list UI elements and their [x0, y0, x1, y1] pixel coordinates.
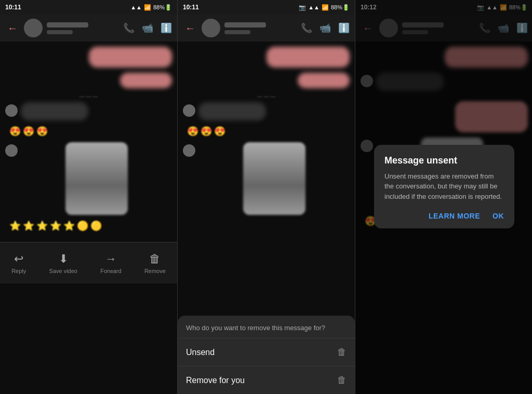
call-icon-2[interactable]: 📞	[301, 22, 312, 34]
emoji-7: ⭐	[50, 220, 61, 232]
remove-for-you-option[interactable]: Remove for you 🗑	[178, 366, 355, 394]
dialog-title: Message unsent	[384, 155, 504, 166]
video-icon-2[interactable]: 📹	[320, 22, 331, 34]
emoji-row-1b: ⭐ ⭐ ⭐ ⭐ ⭐ 🟡 🟡	[5, 220, 172, 232]
contact-status-1	[47, 30, 73, 34]
emoji-row-2a: 😍 😍 😍	[183, 126, 350, 137]
recv-avatar-1b	[5, 144, 18, 157]
remove-label: Remove	[144, 268, 166, 274]
bubble-sent-2b	[298, 73, 350, 88]
contact-name-area-1	[47, 22, 119, 34]
call-icon-1[interactable]: 📞	[123, 22, 135, 34]
contact-status-2	[224, 30, 250, 34]
bubble-sent-1b	[120, 73, 172, 88]
recv-avatar-2b	[183, 144, 195, 157]
emoji-8: ⭐	[63, 220, 75, 232]
bubble-sent-2a	[267, 47, 350, 67]
unsend-label: Unsend	[186, 348, 215, 357]
img-msg-2	[183, 142, 350, 215]
reply-button[interactable]: ↩ Reply	[11, 252, 26, 274]
status-bar-1: 10:11 ▲▲ 📶 88%🔋	[0, 0, 177, 15]
back-button-1[interactable]: ←	[5, 20, 20, 36]
recv-avatar-1	[5, 104, 18, 117]
forward-label: Forward	[100, 268, 121, 274]
forward-icon: →	[105, 252, 116, 266]
emoji-4: ⭐	[9, 220, 21, 232]
status-time-1: 10:11	[5, 4, 21, 11]
nav-bar-1: ← 📞 📹 ℹ️	[0, 15, 177, 42]
emoji-9: 🟡	[77, 220, 88, 232]
img-content-2	[243, 142, 305, 215]
msg-recv-1a	[5, 102, 172, 120]
forward-button[interactable]: → Forward	[100, 252, 121, 274]
action-bar-1: ↩ Reply ⬇ Save video → Forward 🗑 Remove	[0, 242, 177, 283]
emoji-6: ⭐	[36, 220, 48, 232]
recv-avatar-2	[183, 104, 195, 117]
remove-for-you-label: Remove for you	[186, 376, 245, 385]
save-video-label: Save video	[49, 268, 77, 274]
info-icon-2[interactable]: ℹ️	[338, 22, 350, 34]
wifi-icon-1: ▲▲	[130, 4, 142, 10]
emoji-2-3: 😍	[214, 126, 225, 137]
remove-button[interactable]: 🗑 Remove	[144, 252, 166, 274]
unsend-option[interactable]: Unsend 🗑	[178, 338, 355, 366]
emoji-5: ⭐	[23, 220, 34, 232]
contact-avatar-2	[202, 19, 220, 37]
nav-actions-1: 📞 📹 ℹ️	[123, 22, 172, 34]
save-video-icon: ⬇	[59, 252, 68, 266]
signal-icon-1: 📶	[144, 4, 151, 11]
ok-button[interactable]: OK	[493, 210, 504, 222]
nav-actions-2: 📞 📹 ℹ️	[301, 22, 350, 34]
chat-area-2: — — — 😍 😍 😍	[178, 42, 355, 225]
phone-panel-3: 10:12 📷 ▲▲ 📶 88%🔋 ← 📞 📹 ℹ️	[355, 0, 532, 394]
dialog-overlay: Message unsent Unsent messages are remov…	[355, 0, 532, 394]
bubble-recv-2a	[198, 102, 266, 120]
nav-bar-2: ← 📞 📹 ℹ️	[178, 15, 355, 42]
status-bar-2: 10:11 📷 ▲▲ 📶 88%🔋	[178, 0, 355, 15]
status-time-2: 10:11	[183, 4, 199, 11]
wifi-icon-2: ▲▲	[308, 4, 320, 10]
timestamp-1: — — —	[5, 93, 172, 99]
emoji-3: 😍	[36, 126, 48, 137]
battery-icon-1: 88%🔋	[153, 4, 172, 11]
status-icons-1: ▲▲ 📶 88%🔋	[130, 4, 172, 11]
learn-more-button[interactable]: LEARN MORE	[429, 210, 480, 222]
video-icon-1[interactable]: 📹	[142, 22, 153, 34]
dialog-body: Unsent messages are removed from the con…	[384, 171, 504, 202]
emoji-2-1: 😍	[187, 126, 198, 137]
phone-panel-1: 10:11 ▲▲ 📶 88%🔋 ← 📞 📹 ℹ️ — — —	[0, 0, 177, 394]
emoji-2-2: 😍	[201, 126, 212, 137]
message-unsent-dialog: Message unsent Unsent messages are remov…	[374, 145, 514, 229]
bubble-recv-1a	[21, 102, 88, 120]
contact-avatar-1	[24, 19, 43, 37]
emoji-10: 🟡	[90, 220, 102, 232]
remove-for-you-icon: 🗑	[337, 375, 347, 386]
reply-label: Reply	[11, 268, 26, 274]
status-icons-2: 📷 ▲▲ 📶 88%🔋	[299, 4, 350, 11]
back-button-2[interactable]: ←	[183, 20, 197, 36]
emoji-2: 😍	[23, 126, 34, 137]
save-video-button[interactable]: ⬇ Save video	[49, 252, 77, 274]
msg-recv-2a	[183, 102, 350, 120]
dialog-actions: LEARN MORE OK	[384, 210, 504, 222]
msg-sent-1b	[5, 73, 172, 88]
unsend-icon: 🗑	[337, 347, 347, 358]
phone-panel-2: 10:11 📷 ▲▲ 📶 88%🔋 ← 📞 📹 ℹ️ — — —	[178, 0, 355, 394]
battery-icon-2: 88%🔋	[331, 4, 350, 11]
contact-name-area-2	[224, 22, 297, 34]
img-content-1	[65, 142, 128, 215]
info-icon-1[interactable]: ℹ️	[161, 22, 172, 34]
img-msg-1	[5, 142, 172, 215]
contact-name-2	[224, 22, 266, 28]
msg-sent-2a	[183, 47, 350, 67]
emoji-row-1a: 😍 😍 😍	[5, 126, 172, 137]
reply-icon: ↩	[14, 252, 23, 266]
msg-sent-1a	[5, 47, 172, 67]
emoji-1: 😍	[9, 126, 21, 137]
signal-icon-2: 📶	[322, 4, 329, 11]
chat-area-1: — — — 😍 😍 😍 ⭐ ⭐ ⭐ ⭐ ⭐ 🟡 🟡	[0, 42, 177, 242]
remove-icon: 🗑	[149, 252, 161, 266]
remove-menu: Who do you want to remove this message f…	[178, 316, 355, 394]
contact-name-1	[47, 22, 88, 28]
msg-sent-2b	[183, 73, 350, 88]
